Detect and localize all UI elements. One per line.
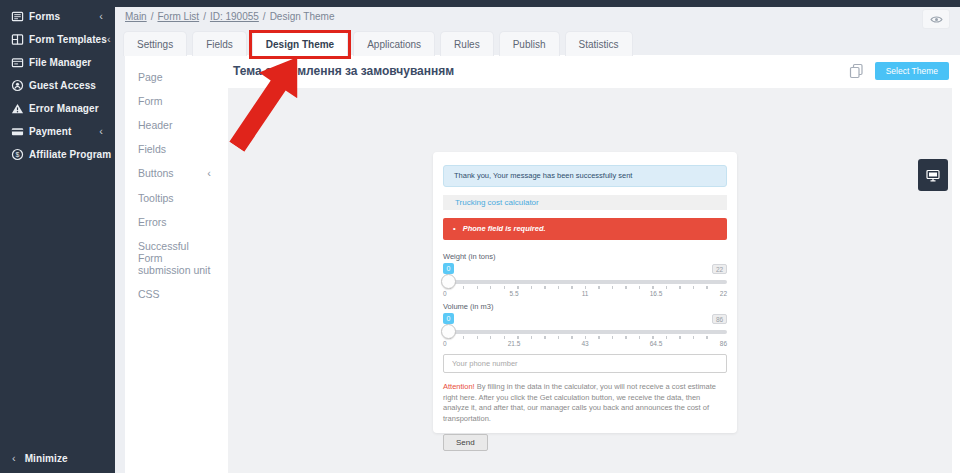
tab-statistics[interactable]: Statistics <box>565 31 633 56</box>
form-preview-card: Thank you, Your message has been success… <box>433 152 737 433</box>
send-button[interactable]: Send <box>443 434 488 451</box>
design-menu-errors[interactable]: Errors <box>125 210 221 234</box>
tick-label: 64.5 <box>650 340 663 347</box>
tab-bar: Settings Fields Design Theme Application… <box>123 31 633 56</box>
slider-track-weight[interactable] <box>443 275 727 289</box>
tab-label: Design Theme <box>266 39 334 50</box>
sidebar-item-label: Form Templates <box>29 34 107 45</box>
attention-note: Attention!By filling in the data in the … <box>443 382 727 424</box>
breadcrumb-current: Design Theme <box>270 11 335 22</box>
breadcrumb: Main/Form List/ID: 190055/Design Theme <box>125 11 335 22</box>
chevron-left-icon: ‹ <box>107 34 111 45</box>
sidebar-item-file-manager[interactable]: File Manager <box>0 51 115 74</box>
tick-label: 21.5 <box>508 340 521 347</box>
breadcrumb-link-form-id[interactable]: ID: 190055 <box>210 11 259 22</box>
tab-rules[interactable]: Rules <box>440 31 494 56</box>
sidebar-item-label: File Manager <box>29 57 91 68</box>
error-manager-icon <box>10 102 24 116</box>
sidebar-item-forms[interactable]: Forms ‹ <box>0 5 115 28</box>
design-menu-page[interactable]: Page <box>125 65 221 89</box>
design-menu-fields[interactable]: Fields <box>125 137 221 161</box>
tick-label: 0 <box>443 340 447 347</box>
theme-header: Тема оформлення за замовчуванням Select … <box>221 55 960 88</box>
sidebar-item-label: Error Manager <box>29 103 99 114</box>
tab-design-theme[interactable]: Design Theme <box>252 31 348 56</box>
chevron-left-icon: ‹ <box>12 453 16 464</box>
sidebar-item-form-templates[interactable]: Form Templates ‹ <box>0 28 115 51</box>
sidebar-item-affiliate-program[interactable]: $ Affiliate Program <box>0 143 115 166</box>
design-menu-tooltips[interactable]: Tooltips <box>125 186 221 210</box>
menu-item-label: CSS <box>138 288 160 300</box>
menu-item-label: Successful Form submission unit <box>138 240 211 276</box>
tab-fields[interactable]: Fields <box>192 31 247 56</box>
tab-applications[interactable]: Applications <box>353 31 435 56</box>
tab-settings[interactable]: Settings <box>123 31 187 56</box>
chevron-left-icon: ‹ <box>207 167 211 180</box>
minimize-label: Minimize <box>25 453 68 464</box>
sidebar-item-error-manager[interactable]: Error Manager <box>0 97 115 120</box>
design-menu-success-unit[interactable]: Successful Form submission unit <box>125 234 221 282</box>
sidebar-item-payment[interactable]: Payment ‹ <box>0 120 115 143</box>
copy-icon[interactable] <box>849 63 864 79</box>
file-manager-icon <box>10 56 24 70</box>
monitor-icon <box>925 168 941 183</box>
eye-icon <box>930 14 943 25</box>
error-bullet: • <box>453 224 456 233</box>
slider-tick-labels: 0 5.5 11 16.5 22 <box>443 289 727 299</box>
slider-handle[interactable] <box>441 324 456 339</box>
sidebar-minimize-button[interactable]: ‹ Minimize <box>0 447 115 469</box>
form-title-bar: Trucking cost calculator <box>443 195 727 210</box>
sidebar-item-label: Guest Access <box>29 80 96 91</box>
breadcrumb-separator: / <box>203 11 206 22</box>
forms-icon <box>10 10 24 24</box>
select-theme-button[interactable]: Select Theme <box>875 62 949 80</box>
form-templates-icon <box>10 33 24 47</box>
slider-max-badge: 86 <box>712 314 727 324</box>
tick-label: 0 <box>443 290 447 297</box>
slider-track-bar <box>443 330 727 334</box>
slider-track-bar <box>443 280 727 284</box>
slider-label: Weight (in tons) <box>443 252 727 261</box>
chevron-left-icon: ‹ <box>99 126 103 137</box>
breadcrumb-link-form-list[interactable]: Form List <box>157 11 199 22</box>
tab-publish[interactable]: Publish <box>499 31 560 56</box>
slider-label: Volume (in m3) <box>443 302 727 311</box>
payment-icon <box>10 125 24 139</box>
menu-item-label: Fields <box>138 143 166 155</box>
slider-group-volume: Volume (in m3) 0 86 0 21.5 43 64.5 <box>443 302 727 349</box>
page-title: Тема оформлення за замовчуванням <box>233 64 454 78</box>
design-menu-css[interactable]: CSS <box>125 282 221 306</box>
phone-input[interactable] <box>443 354 727 373</box>
top-bar <box>0 0 960 7</box>
sidebar-item-guest-access[interactable]: Guest Access <box>0 74 115 97</box>
success-alert: Thank you, Your message has been success… <box>443 165 727 187</box>
preview-eye-button[interactable] <box>922 9 950 29</box>
svg-text:$: $ <box>15 151 19 158</box>
content-panel: Page Form Header Fields Buttons ‹ Toolti… <box>125 55 960 473</box>
affiliate-program-icon: $ <box>10 148 24 162</box>
sidebar-item-label: Forms <box>29 11 60 22</box>
design-menu-buttons[interactable]: Buttons ‹ <box>125 161 221 186</box>
error-alert: •Phone field is required. <box>443 218 727 240</box>
menu-item-label: Page <box>138 71 163 83</box>
desktop-preview-button[interactable] <box>918 159 948 191</box>
sidebar-item-label: Affiliate Program <box>29 149 111 160</box>
error-text: Phone field is required. <box>463 224 546 233</box>
main-sidebar: Forms ‹ Form Templates ‹ File Manager Gu… <box>0 0 115 473</box>
sidebar-item-label: Payment <box>29 126 71 137</box>
breadcrumb-separator: / <box>263 11 266 22</box>
design-menu-form[interactable]: Form <box>125 89 221 113</box>
menu-item-label: Header <box>138 119 172 131</box>
form-title-link[interactable]: Trucking cost calculator <box>455 198 539 207</box>
design-menu-header[interactable]: Header <box>125 113 221 137</box>
menu-item-label: Buttons <box>138 167 174 180</box>
guest-access-icon <box>10 79 24 93</box>
tick-label: 16.5 <box>650 290 663 297</box>
slider-max-badge: 22 <box>712 264 727 274</box>
breadcrumb-link-main[interactable]: Main <box>125 11 147 22</box>
breadcrumb-separator: / <box>151 11 154 22</box>
attention-prefix: Attention! <box>443 382 475 391</box>
menu-item-label: Tooltips <box>138 192 174 204</box>
slider-track-volume[interactable] <box>443 325 727 339</box>
slider-handle[interactable] <box>441 274 456 289</box>
